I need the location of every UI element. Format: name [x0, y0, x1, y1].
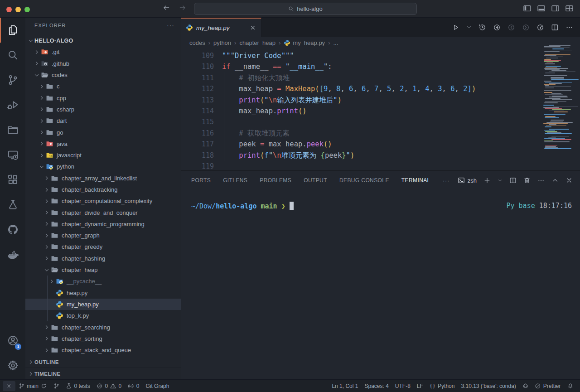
status-tests-status[interactable]: 0 tests: [63, 381, 93, 391]
command-center-search[interactable]: hello-algo: [194, 3, 417, 15]
gitlens-graph-icon[interactable]: [536, 24, 544, 31]
tree-item-chapter-heap[interactable]: chapter_heap: [25, 264, 181, 276]
code-line[interactable]: 110if __name__ == "__main__":: [181, 61, 580, 72]
code-line[interactable]: 111 # 初始化大顶堆: [181, 73, 580, 83]
view-history-icon[interactable]: [478, 24, 486, 31]
status-cursor-position[interactable]: Ln 1, Col 1: [329, 381, 361, 391]
activity-search[interactable]: [0, 43, 25, 68]
tree-item-chapter-graph[interactable]: chapter_graph: [25, 230, 181, 241]
panel-tab-problems[interactable]: PROBLEMS: [260, 171, 291, 190]
panel-more-actions-icon[interactable]: [537, 177, 545, 184]
panel-tab-output[interactable]: OUTPUT: [304, 171, 327, 190]
panel-tab-terminal[interactable]: TERMINAL: [401, 171, 430, 190]
activity-explorer[interactable]: [0, 18, 25, 43]
close-panel-icon[interactable]: [566, 177, 573, 184]
tree-item--git[interactable]: .git: [25, 46, 181, 58]
status-remote-indicator[interactable]: [3, 381, 15, 391]
terminal[interactable]: ~/Dow/hello-algo main ❯ Py base 18:17:16: [181, 190, 580, 210]
activity-settings[interactable]: [0, 353, 25, 378]
tree-item-chapter-searching[interactable]: chapter_searching: [25, 321, 181, 333]
status-encoding[interactable]: UTF-8: [392, 381, 414, 391]
run-python-file-icon[interactable]: [452, 24, 459, 31]
terminal-dropdown-icon[interactable]: [498, 178, 503, 183]
nav-back-icon[interactable]: [162, 4, 170, 12]
code-line[interactable]: 117 peek = max_heap.peek(): [181, 139, 580, 150]
tree-item-chapter-stack-and-queue[interactable]: chapter_stack_and_queue: [25, 344, 181, 356]
section-outline[interactable]: OUTLINE: [25, 356, 181, 368]
code-line[interactable]: 114 max_heap.print(): [181, 106, 580, 116]
tree-item-chapter-backtracking[interactable]: chapter_backtracking: [25, 184, 181, 195]
status-indentation[interactable]: Spaces: 4: [361, 381, 392, 391]
activity-extensions[interactable]: [0, 167, 25, 192]
more-actions-icon[interactable]: [566, 24, 573, 31]
activity-testing[interactable]: [0, 192, 25, 217]
tree-item-chapter-greedy[interactable]: chapter_greedy: [25, 241, 181, 252]
toggle-panel-icon[interactable]: [537, 4, 546, 13]
traffic-lights[interactable]: [6, 6, 34, 14]
activity-accounts[interactable]: 1: [0, 328, 25, 353]
code-editor[interactable]: 109"""Driver Code"""110if __name__ == "_…: [181, 48, 580, 172]
explorer-more-actions[interactable]: ···: [167, 22, 174, 29]
activity-docker[interactable]: [0, 242, 25, 267]
tree-item-hello-algo[interactable]: HELLO-ALGO: [25, 35, 181, 46]
run-dropdown-icon[interactable]: [466, 24, 472, 30]
section-timeline[interactable]: TIMELINE: [25, 368, 181, 379]
activity-remote-explorer[interactable]: [0, 142, 25, 167]
tree-item-chapter-sorting[interactable]: chapter_sorting: [25, 333, 181, 344]
minimize-window-button[interactable]: [15, 7, 21, 12]
status-ports-status[interactable]: 0: [125, 381, 142, 391]
code-line[interactable]: 109"""Driver Code""": [181, 50, 580, 61]
zoom-window-button[interactable]: [24, 7, 30, 12]
tree-item-dart[interactable]: dart: [25, 115, 181, 126]
customize-layout-icon[interactable]: [565, 4, 574, 13]
tree-item--github[interactable]: .github: [25, 58, 181, 69]
panel-tabs-more[interactable]: ···: [443, 177, 450, 184]
status-prettier[interactable]: Prettier: [532, 381, 564, 391]
tree-item-go[interactable]: go: [25, 126, 181, 138]
activity-github[interactable]: [0, 217, 25, 242]
navigate-next-change-icon[interactable]: [522, 24, 530, 31]
status-git-graph-label[interactable]: Git Graph: [142, 381, 172, 391]
activity-run-and-debug[interactable]: [0, 92, 25, 117]
tree-item-codes[interactable]: codes: [25, 69, 181, 81]
tree-item-top-k-py[interactable]: top_k.py: [25, 310, 181, 321]
tree-item-chapter-dynamic-programming[interactable]: chapter_dynamic_programming: [25, 218, 181, 230]
tree-item-my-heap-py[interactable]: my_heap.py: [25, 299, 181, 310]
navigate-prev-change-icon[interactable]: [508, 24, 515, 31]
minimap[interactable]: [543, 44, 575, 153]
nav-forward-icon[interactable]: [179, 4, 187, 12]
breadcrumb-codes[interactable]: codes: [189, 39, 205, 46]
tree-item-chapter-hashing[interactable]: chapter_hashing: [25, 253, 181, 264]
kill-terminal-icon[interactable]: [523, 177, 531, 184]
status-language-mode[interactable]: {}Python: [426, 381, 458, 391]
panel-tab-debug-console[interactable]: DEBUG CONSOLE: [339, 171, 389, 190]
status-python-interpreter[interactable]: 3.10.13 ('base': conda): [458, 381, 519, 391]
terminal-shell-item[interactable]: zsh: [458, 177, 477, 184]
new-terminal-icon[interactable]: [483, 177, 491, 184]
panel-tab-gitlens[interactable]: GITLENS: [223, 171, 247, 190]
tree-item-c[interactable]: c: [25, 81, 181, 92]
tab-close-icon[interactable]: [249, 24, 256, 31]
status-notifications[interactable]: [564, 381, 577, 391]
code-line[interactable]: 118 print(f"\n堆顶元素为 {peek}"): [181, 150, 580, 161]
code-line[interactable]: 112 max_heap = MaxHeap([9, 8, 6, 6, 7, 5…: [181, 83, 580, 94]
navigate-back-icon[interactable]: [493, 24, 501, 31]
activity-source-control[interactable]: [0, 68, 25, 92]
breadcrumb-my-heap-py[interactable]: my_heap.py: [284, 39, 325, 46]
maximize-panel-icon[interactable]: [551, 177, 559, 184]
tab-my-heap[interactable]: my_heap.py: [181, 18, 261, 37]
status-eol-sequence[interactable]: LF: [414, 381, 426, 391]
split-editor-icon[interactable]: [551, 24, 559, 31]
breadcrumb-python[interactable]: python: [213, 39, 231, 46]
close-window-button[interactable]: [6, 7, 12, 12]
tree-item-java[interactable]: java: [25, 138, 181, 150]
breadcrumb--[interactable]: ...: [333, 39, 338, 46]
toggle-primary-sidebar-icon[interactable]: [523, 4, 532, 13]
activity-project-manager[interactable]: [0, 117, 25, 142]
breadcrumb-chapter-heap[interactable]: chapter_heap: [239, 39, 276, 46]
tree-item-javascript[interactable]: JSjavascript: [25, 150, 181, 161]
toggle-secondary-sidebar-icon[interactable]: [551, 4, 560, 13]
status-problems-status[interactable]: 00: [93, 381, 125, 391]
tree-item-python[interactable]: python: [25, 161, 181, 172]
panel-tab-ports[interactable]: PORTS: [191, 171, 211, 190]
